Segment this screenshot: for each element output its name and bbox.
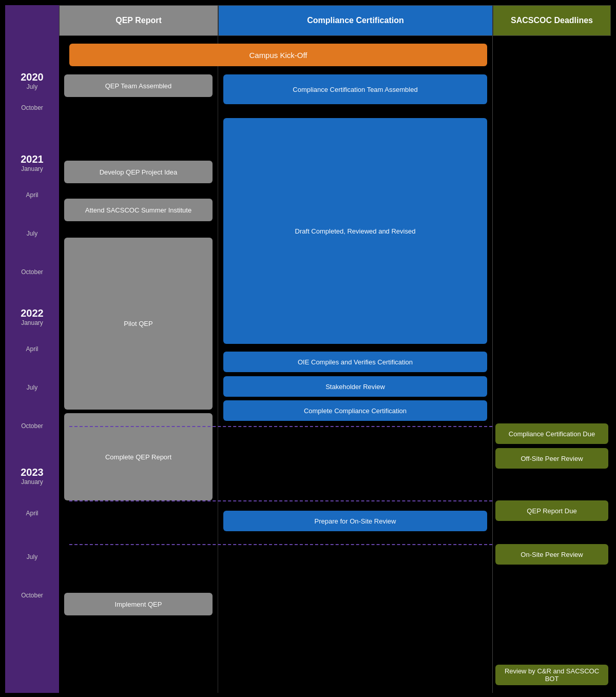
draft-completed-label: Draft Completed, Reviewed and Revised xyxy=(295,227,416,235)
month-oct-2023: October xyxy=(21,592,43,600)
pilot-qep-block: Pilot QEP xyxy=(64,238,213,410)
col-compliance: Campus Kick-Off Compliance Certification… xyxy=(218,36,493,693)
stakeholder-review-label: Stakeholder Review xyxy=(325,383,385,391)
sidebar-row-2023-oct: October xyxy=(5,588,59,631)
header-sacscoc-label: SACSCOC Deadlines xyxy=(511,16,593,25)
offsite-review-label: Off-Site Peer Review xyxy=(521,455,583,462)
complete-compliance-label: Complete Compliance Certification xyxy=(304,407,407,415)
sidebar-row-2023-jan: 2023 January xyxy=(5,462,59,506)
sidebar-row-2021-jan: 2021 January xyxy=(5,149,59,187)
attend-sacscoc-label: Attend SACSCOC Summer Institute xyxy=(85,206,191,214)
implement-qep-block: Implement QEP xyxy=(64,593,213,615)
year-2023: 2023 xyxy=(21,466,44,478)
complete-qep-report-label: Complete QEP Report xyxy=(105,453,171,461)
campus-kickoff-block: Campus Kick-Off xyxy=(69,44,487,66)
month-oct-2020: October xyxy=(21,104,43,112)
sidebar-row-2022-apr: April xyxy=(5,341,59,380)
offsite-review-block: Off-Site Peer Review xyxy=(495,448,608,469)
pilot-qep-label: Pilot QEP xyxy=(124,320,152,327)
main-content: QEP Report Compliance Certification SACS… xyxy=(59,5,611,693)
compliance-due-label: Compliance Certification Due xyxy=(509,430,595,438)
develop-qep-label: Develop QEP Project Idea xyxy=(100,168,178,176)
header-compliance-label: Compliance Certification xyxy=(307,16,403,25)
sidebar-row-2023-apr: April xyxy=(5,506,59,549)
oie-compiles-block: OIE Compiles and Verifies Certification xyxy=(223,352,487,372)
sidebar-row-2020-july: 2020 July xyxy=(5,67,59,100)
sidebar-row-2022-jan: 2022 January xyxy=(5,303,59,341)
header-sacscoc: SACSCOC Deadlines xyxy=(493,5,611,36)
month-jul-2023: July xyxy=(27,553,37,562)
sidebar-row-2020-oct: October xyxy=(5,100,59,149)
month-oct-2021: October xyxy=(21,268,43,277)
dashed-line-3 xyxy=(69,544,492,545)
prepare-onsite-block: Prepare for On-Site Review xyxy=(223,511,487,531)
attend-sacscoc-block: Attend SACSCOC Summer Institute xyxy=(64,199,213,221)
sidebar-row-2021-apr: April xyxy=(5,187,59,226)
compliance-team-block: Compliance Certification Team Assembled xyxy=(223,74,487,104)
prepare-onsite-label: Prepare for On-Site Review xyxy=(315,517,396,525)
sidebar-row-2022-oct: October xyxy=(5,418,59,462)
month-apr-2021: April xyxy=(26,191,38,200)
header-qep: QEP Report xyxy=(59,5,218,36)
columns-area: QEP Team Assembled Develop QEP Project I… xyxy=(59,36,611,693)
implement-qep-label: Implement QEP xyxy=(115,601,162,608)
sidebar-row-2022-jul: July xyxy=(5,380,59,418)
col-sacscoc: Compliance Certification Due Off-Site Pe… xyxy=(493,36,611,693)
draft-completed-block: Draft Completed, Reviewed and Revised xyxy=(223,118,487,344)
month-apr-2022: April xyxy=(26,345,38,354)
onsite-review-label: On-Site Peer Review xyxy=(521,551,583,558)
qep-report-due-label: QEP Report Due xyxy=(527,507,576,515)
header-qep-label: QEP Report xyxy=(116,16,162,25)
stakeholder-review-block: Stakeholder Review xyxy=(223,376,487,397)
onsite-review-block: On-Site Peer Review xyxy=(495,544,608,565)
month-jan-2023: January xyxy=(21,478,43,487)
year-2020: 2020 xyxy=(21,71,44,83)
complete-compliance-block: Complete Compliance Certification xyxy=(223,400,487,421)
sidebar-row-2021-oct: October xyxy=(5,264,59,303)
dashed-line-2 xyxy=(69,500,492,501)
header-compliance: Compliance Certification xyxy=(218,5,493,36)
review-cr-label: Review by C&R and SACSCOC BOT xyxy=(499,667,604,683)
month-oct-2022: October xyxy=(21,422,43,431)
sidebar-row-2021-jul: July xyxy=(5,226,59,264)
month-jan-2022: January xyxy=(21,319,43,327)
month-apr-2023: April xyxy=(26,510,38,518)
qep-team-assembled-block: QEP Team Assembled xyxy=(64,74,213,97)
qep-team-label: QEP Team Assembled xyxy=(105,82,172,90)
compliance-team-label: Compliance Certification Team Assembled xyxy=(293,86,417,93)
header-row: QEP Report Compliance Certification SACS… xyxy=(59,5,611,36)
qep-report-due-block: QEP Report Due xyxy=(495,500,608,521)
col-qep: QEP Team Assembled Develop QEP Project I… xyxy=(59,36,218,693)
month-jul-2021: July xyxy=(27,230,37,238)
month-jul-2022: July xyxy=(27,384,37,392)
month-jan-2021: January xyxy=(21,165,43,173)
sidebar: 2020 July October 2021 January April Jul… xyxy=(5,5,59,693)
sidebar-row-2023-jul: July xyxy=(5,549,59,588)
review-cr-block: Review by C&R and SACSCOC BOT xyxy=(495,665,608,685)
compliance-due-block: Compliance Certification Due xyxy=(495,423,608,444)
dashed-line-1 xyxy=(69,426,492,427)
month-july-2020: July xyxy=(27,83,37,91)
timeline-wrapper: 2020 July October 2021 January April Jul… xyxy=(0,0,616,697)
year-2022: 2022 xyxy=(21,307,44,319)
campus-kickoff-label: Campus Kick-Off xyxy=(249,51,307,60)
year-2021: 2021 xyxy=(21,153,44,165)
oie-compiles-label: OIE Compiles and Verifies Certification xyxy=(298,358,413,366)
develop-qep-block: Develop QEP Project Idea xyxy=(64,161,213,183)
